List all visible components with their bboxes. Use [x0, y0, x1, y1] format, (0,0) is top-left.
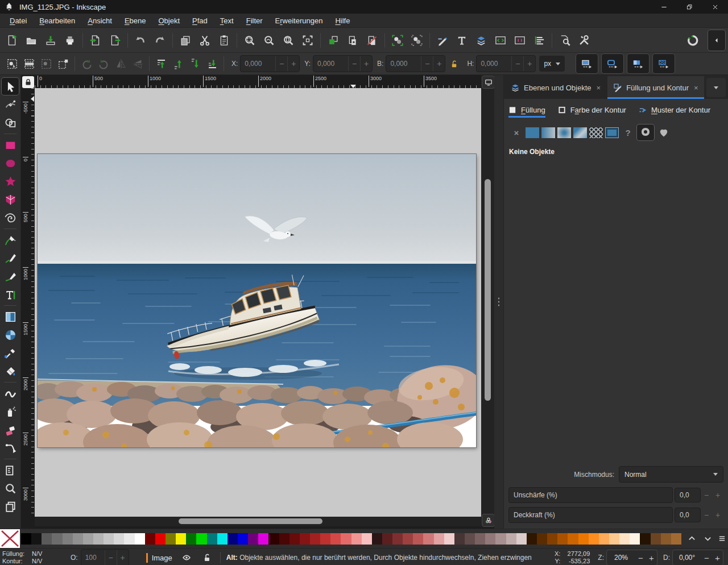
palette-swatch[interactable] — [403, 533, 413, 545]
palette-swatch[interactable] — [537, 533, 547, 545]
blur-plus-button[interactable]: + — [712, 491, 723, 500]
vertical-scrollbar-thumb[interactable] — [485, 179, 491, 401]
palette-swatch[interactable] — [640, 533, 650, 545]
palette-swatch[interactable] — [434, 533, 444, 545]
palette-swatch[interactable] — [73, 533, 83, 545]
no-color-swatch[interactable] — [0, 529, 20, 548]
rotation-minus-button[interactable]: − — [701, 553, 712, 563]
canvas-page-image[interactable] — [38, 154, 476, 447]
vertical-ruler[interactable]: -500050010001500200025003000 — [22, 88, 34, 517]
eraser-tool-button[interactable] — [2, 421, 19, 438]
palette-swatch[interactable] — [176, 533, 186, 545]
zoom-spinner[interactable]: 20% − + — [606, 550, 657, 565]
tweak-tool-button[interactable] — [2, 385, 19, 402]
dock-tab-fill-stroke[interactable]: Füllung und Kontur× — [607, 76, 704, 99]
raise-to-top-button[interactable] — [152, 55, 169, 72]
palette-swatch[interactable] — [619, 533, 630, 545]
box3d-tool-button[interactable] — [2, 191, 19, 208]
x-field[interactable]: 0,000−+ — [240, 55, 300, 72]
palette-swatch[interactable] — [341, 533, 351, 545]
menu-item-erweiterungen[interactable]: Erweiterungen — [269, 15, 329, 27]
fill-stroke-dialog-button[interactable] — [433, 31, 452, 50]
select-all-layers-button[interactable] — [20, 55, 38, 72]
paint-swatch-button[interactable] — [604, 125, 620, 140]
fill-rule-nonzero-button[interactable] — [655, 124, 672, 140]
import-button[interactable] — [86, 31, 105, 50]
shape-builder-button[interactable] — [2, 114, 19, 131]
subtab-muster-der-kontur[interactable]: Muster der Kontur — [639, 106, 710, 118]
scale-stroke-toggle[interactable] — [576, 53, 598, 74]
document-properties-button[interactable] — [555, 31, 574, 50]
palette-swatch[interactable] — [485, 533, 495, 545]
zoom-tool-button[interactable] — [2, 480, 19, 497]
restore-button[interactable] — [677, 0, 702, 14]
save-document-button[interactable] — [41, 31, 60, 50]
palette-swatch[interactable] — [114, 533, 124, 545]
zoom-center-page-button[interactable] — [298, 31, 317, 50]
palette-swatch[interactable] — [320, 533, 330, 545]
fill-stroke-indicator[interactable]: Füllung:N/V Kontur:N/V — [0, 550, 55, 565]
xml-editor-button[interactable] — [491, 31, 510, 50]
pencil-tool-button[interactable] — [2, 250, 19, 267]
opacity-slider[interactable]: Deckkraft (%) — [508, 507, 673, 523]
paint-none-button[interactable]: × — [508, 125, 524, 140]
palette-swatch[interactable] — [52, 533, 62, 545]
dock-menu-chevron[interactable] — [706, 78, 726, 97]
palette-menu-button[interactable] — [715, 532, 728, 546]
y-field[interactable]: 0,000−+ — [313, 55, 373, 72]
palette-swatch[interactable] — [300, 533, 310, 545]
group-objects-button[interactable] — [388, 31, 407, 50]
layer-lock-open-icon[interactable] — [201, 551, 213, 564]
paste-button[interactable] — [214, 31, 234, 50]
undo-button[interactable] — [131, 31, 150, 50]
palette-swatch[interactable] — [589, 533, 599, 545]
palette-swatch[interactable] — [42, 533, 52, 545]
palette-swatch[interactable] — [568, 533, 578, 545]
b-field[interactable]: 0,000−+ — [386, 55, 445, 72]
dock-tab-layers[interactable]: Ebenen und Objekte× — [505, 76, 606, 99]
subtab-f-llung[interactable]: Füllung — [508, 106, 545, 118]
find-replace-button[interactable] — [510, 31, 530, 50]
palette-swatch[interactable] — [63, 533, 73, 545]
palette-swatch[interactable] — [217, 533, 228, 545]
palette-swatch[interactable] — [527, 533, 537, 545]
paint-radial-button[interactable] — [556, 125, 572, 140]
lock-ratio-icon[interactable] — [446, 56, 461, 71]
menu-item-datei[interactable]: Datei — [3, 15, 33, 27]
unit-dropdown[interactable]: px — [539, 56, 565, 72]
palette-swatch[interactable] — [547, 533, 557, 545]
palette-swatch[interactable] — [21, 533, 31, 545]
palette-swatch[interactable] — [444, 533, 454, 545]
palette-swatch[interactable] — [238, 533, 248, 545]
pages-tool-button[interactable] — [2, 498, 19, 515]
palette-swatch[interactable] — [135, 533, 145, 545]
dock-splitter[interactable] — [494, 75, 503, 529]
close-icon[interactable]: × — [694, 84, 698, 92]
mesh-gradient-tool-button[interactable] — [2, 326, 19, 343]
palette-swatch[interactable] — [423, 533, 433, 545]
palette-swatch[interactable] — [362, 533, 372, 545]
palette-swatch[interactable] — [93, 533, 104, 545]
palette-scroll-up-button[interactable] — [684, 532, 700, 546]
calligraphy-tool-button[interactable] — [2, 268, 19, 285]
menu-item-bearbeiten[interactable]: Bearbeiten — [33, 15, 81, 27]
palette-swatch[interactable] — [228, 533, 238, 545]
palette-swatch[interactable] — [454, 533, 465, 545]
paint-unknown-button[interactable]: ? — [620, 125, 636, 140]
rotation-plus-button[interactable]: + — [712, 553, 723, 563]
palette-swatch[interactable] — [258, 533, 268, 545]
ellipse-tool-button[interactable] — [2, 155, 19, 172]
zoom-selection-button[interactable] — [240, 31, 259, 50]
paint-mesh-button[interactable] — [572, 125, 588, 140]
node-editor-button[interactable] — [2, 96, 19, 113]
paint-flat-button[interactable] — [524, 125, 540, 140]
layers-dialog-button[interactable] — [471, 31, 491, 50]
unlink-clone-button[interactable] — [362, 31, 382, 50]
zoom-plus-button[interactable]: + — [646, 553, 657, 563]
layer-visibility-eye-icon[interactable] — [180, 551, 193, 564]
ungroup-objects-button[interactable] — [407, 31, 427, 50]
rectangle-tool-button[interactable] — [2, 136, 19, 153]
gradient-tool-button[interactable] — [2, 308, 19, 325]
text-dialog-button[interactable] — [452, 31, 471, 50]
palette-swatch[interactable] — [268, 533, 279, 545]
